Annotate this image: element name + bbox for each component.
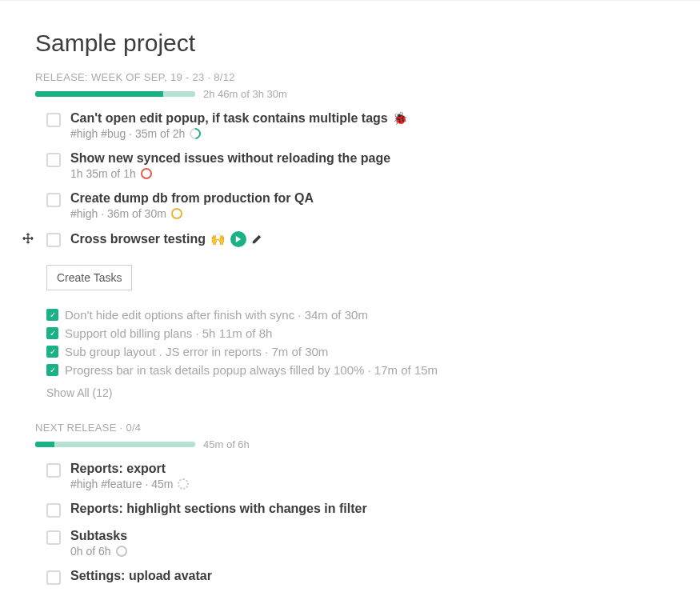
task-meta: 1h 35m of 1h (70, 167, 665, 180)
done-item[interactable]: ✓Sub group layout . JS error in reports … (46, 345, 665, 358)
task-checkbox[interactable] (46, 193, 61, 207)
task-meta: 0h of 6h (70, 545, 665, 558)
task-checkbox[interactable] (46, 153, 61, 167)
task-title: Show new synced issues without reloading… (70, 151, 390, 166)
progress-fill-2 (35, 442, 54, 447)
section-header-release: RELEASE: WEEK OF SEP, 19 - 23 · 8/12 (35, 71, 665, 83)
task-title: Cross browser testing (70, 232, 206, 246)
progress-text: 2h 46m of 3h 30m (203, 88, 287, 100)
done-item-text: Sub group layout . JS error in reports ·… (65, 345, 328, 358)
task-title: Reports: highlight sections with changes… (70, 502, 367, 516)
task-title: Subtasks (70, 529, 127, 543)
done-item-text: Progress bar in task details popup alway… (65, 363, 438, 377)
progress-row: 2h 46m of 3h 30m (35, 88, 665, 100)
done-check-icon[interactable]: ✓ (46, 327, 58, 339)
task-row-active[interactable]: Cross browser testing 🙌 (46, 231, 665, 247)
task-row[interactable]: Can't open edit popup, if task contains … (46, 111, 665, 140)
task-title: Can't open edit popup, if task contains … (70, 111, 388, 126)
section-header-next: NEXT RELEASE · 0/4 (35, 422, 665, 434)
done-item-text: Don't hide edit options after finish wit… (65, 308, 368, 322)
task-checkbox[interactable] (46, 233, 61, 247)
done-check-icon[interactable]: ✓ (46, 309, 58, 321)
done-item[interactable]: ✓Support old billing plans · 5h 11m of 8… (46, 326, 665, 340)
show-all-link[interactable]: Show All (12) (46, 386, 665, 399)
task-row[interactable]: Create dump db from production for QA#hi… (46, 191, 665, 220)
task-row[interactable]: Settings: upload avatar (46, 569, 665, 585)
done-item[interactable]: ✓Progress bar in task details popup alwa… (46, 363, 665, 377)
done-check-icon[interactable]: ✓ (46, 346, 58, 358)
task-row[interactable]: Reports: export#high #feature · 45m (46, 462, 665, 490)
emoji-icon: 🐞 (393, 111, 408, 126)
progress-bar-2 (35, 442, 195, 447)
status-ring-icon (141, 168, 152, 179)
status-ring-icon (187, 126, 203, 142)
done-item[interactable]: ✓Don't hide edit options after finish wi… (46, 308, 665, 322)
progress-text-2: 45m of 6h (203, 438, 250, 450)
task-checkbox[interactable] (46, 113, 61, 127)
task-checkbox[interactable] (46, 570, 61, 585)
edit-icon[interactable] (251, 234, 262, 245)
status-ring-icon (171, 208, 182, 219)
move-handle-icon[interactable] (22, 233, 34, 244)
progress-fill (35, 91, 163, 97)
task-meta: #high · 36m of 30m (70, 207, 665, 220)
progress-row-2: 45m of 6h (35, 438, 665, 450)
project-title: Sample project (35, 30, 665, 57)
hands-emoji-icon: 🙌 (210, 232, 226, 246)
task-title: Settings: upload avatar (70, 569, 212, 583)
task-checkbox[interactable] (46, 463, 61, 478)
task-meta: #high #bug · 35m of 2h (70, 127, 665, 140)
play-button[interactable] (230, 231, 246, 247)
task-row[interactable]: Show new synced issues without reloading… (46, 151, 665, 180)
create-tasks-button[interactable]: Create Tasks (46, 265, 132, 290)
task-meta: #high #feature · 45m (70, 478, 665, 490)
status-ring-icon (116, 546, 127, 557)
task-title: Reports: export (70, 462, 166, 476)
status-ring-icon (178, 478, 189, 490)
task-row[interactable]: Reports: highlight sections with changes… (46, 502, 665, 518)
progress-bar (35, 91, 195, 97)
task-checkbox[interactable] (46, 503, 61, 518)
done-item-text: Support old billing plans · 5h 11m of 8h (65, 326, 272, 340)
task-checkbox[interactable] (46, 530, 61, 545)
task-row[interactable]: Subtasks0h of 6h (46, 529, 665, 558)
done-check-icon[interactable]: ✓ (46, 364, 58, 376)
task-title: Create dump db from production for QA (70, 191, 314, 206)
